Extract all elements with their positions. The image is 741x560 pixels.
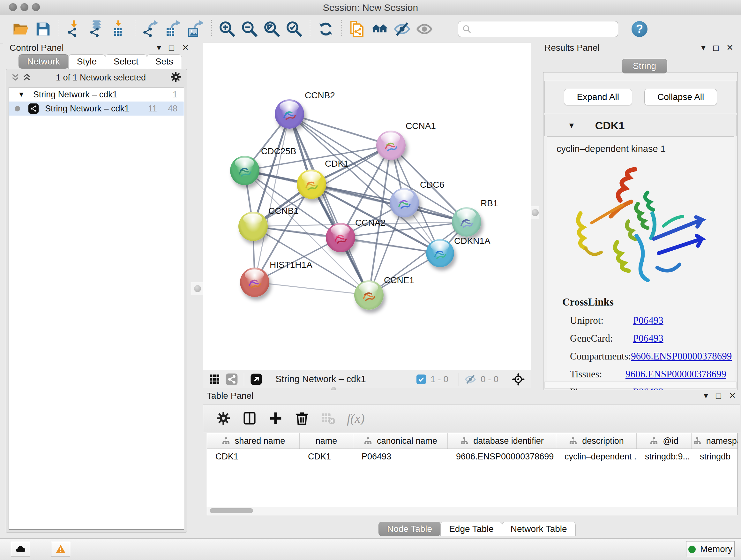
- tab-style[interactable]: Style: [68, 54, 105, 69]
- panel-close-icon[interactable]: ✕: [729, 391, 736, 401]
- node-ccnb1[interactable]: [239, 212, 268, 241]
- table-hscrollbar-track[interactable]: [207, 507, 738, 515]
- hidden-eye-slash-icon[interactable]: [465, 374, 476, 385]
- crosslink-link[interactable]: 9606.ENSP00000378699: [631, 351, 732, 362]
- cell-namespace[interactable]: stringdb: [691, 452, 738, 462]
- tab-edge-table[interactable]: Edge Table: [441, 522, 502, 536]
- crosslink-link[interactable]: 9606.ENSP00000378699: [625, 368, 726, 380]
- panel-close-icon[interactable]: ✕: [726, 43, 733, 53]
- panel-float-icon[interactable]: ◻: [713, 43, 720, 53]
- warnings-button[interactable]: [51, 542, 70, 557]
- node-ccna2[interactable]: [326, 223, 355, 252]
- grid-view-icon[interactable]: [208, 373, 221, 386]
- show-columns-icon[interactable]: [242, 411, 257, 426]
- crosslink-link[interactable]: P06493: [633, 333, 664, 344]
- clone-network-icon[interactable]: [346, 19, 368, 39]
- column-label: canonical name: [377, 436, 437, 446]
- import-network-icon[interactable]: [64, 19, 86, 39]
- results-scrollbar-track[interactable]: [544, 381, 737, 388]
- cell-canonical-name[interactable]: P06493: [353, 452, 448, 462]
- zoom-selected-icon[interactable]: [283, 19, 306, 39]
- panel-float-icon[interactable]: ◻: [168, 43, 175, 53]
- search-input[interactable]: [472, 22, 618, 36]
- cell-description[interactable]: cyclin–dependent ...: [556, 452, 636, 462]
- show-eye-icon: [413, 19, 435, 39]
- collection-expand-icon[interactable]: ▼: [18, 90, 25, 99]
- panel-menu-icon[interactable]: ▾: [704, 391, 708, 401]
- crosslink-link[interactable]: P06493: [633, 315, 664, 326]
- expand-all-networks-icon[interactable]: [10, 73, 20, 82]
- node-rb1[interactable]: [452, 207, 481, 237]
- table-hscrollbar-thumb[interactable]: [210, 508, 253, 513]
- selected-checkbox-icon[interactable]: [416, 374, 426, 384]
- node-ccne1[interactable]: [354, 280, 384, 310]
- cloud-status-button[interactable]: [11, 542, 30, 557]
- collapse-all-networks-icon[interactable]: [22, 73, 31, 82]
- expand-all-button[interactable]: Expand All: [564, 89, 632, 105]
- tab-string[interactable]: String: [622, 59, 667, 73]
- help-button[interactable]: ?: [631, 21, 648, 37]
- open-session-icon[interactable]: [10, 19, 32, 39]
- zoom-in-icon[interactable]: [216, 19, 239, 39]
- network-edge-count: 48: [168, 104, 178, 114]
- import-network-from-database-icon[interactable]: [86, 19, 108, 39]
- network-view-icon[interactable]: [225, 373, 238, 386]
- right-splitter[interactable]: [531, 43, 539, 390]
- add-column-icon[interactable]: [268, 411, 283, 426]
- tab-network[interactable]: Network: [18, 54, 69, 69]
- column-header-description[interactable]: description: [556, 433, 636, 449]
- zoom-fit-icon[interactable]: [261, 19, 283, 39]
- protein-card-header[interactable]: ▼ CDK1: [544, 115, 737, 136]
- tab-sets[interactable]: Sets: [147, 54, 182, 69]
- apply-layout-icon[interactable]: [315, 19, 337, 39]
- column-header-namespace[interactable]: namespace: [691, 433, 738, 449]
- column-header-name[interactable]: name: [300, 433, 353, 449]
- column-header-shared-name[interactable]: shared name: [207, 433, 300, 449]
- cell-shared-name[interactable]: CDK1: [207, 452, 300, 462]
- node-cdk1[interactable]: [297, 170, 326, 199]
- left-splitter[interactable]: [192, 43, 203, 538]
- panel-menu-icon[interactable]: ▾: [157, 43, 161, 53]
- node-cdc6[interactable]: [390, 188, 419, 217]
- string-home-icon[interactable]: [368, 19, 391, 39]
- import-table-icon[interactable]: [108, 19, 131, 39]
- save-session-icon[interactable]: [32, 19, 54, 39]
- table-options-gear-icon[interactable]: [216, 411, 231, 426]
- column-header-database-identifier[interactable]: database identifier: [448, 433, 556, 449]
- node-cdc25b[interactable]: [230, 156, 259, 185]
- export-image-icon[interactable]: [185, 19, 207, 39]
- network-row[interactable]: String Network – cdk1 11 48: [9, 102, 184, 116]
- cell-name[interactable]: CDK1: [300, 452, 353, 462]
- tab-select[interactable]: Select: [105, 54, 147, 69]
- column-header-canonical-name[interactable]: canonical name: [353, 433, 448, 449]
- panel-float-icon[interactable]: ◻: [715, 391, 722, 401]
- column-header--id[interactable]: @id: [636, 433, 691, 449]
- tab-network-table[interactable]: Network Table: [502, 522, 576, 536]
- fit-selection-crosshair-icon[interactable]: [512, 373, 525, 386]
- export-network-icon[interactable]: [140, 19, 162, 39]
- node-ccna1[interactable]: [376, 131, 406, 160]
- export-table-icon[interactable]: [162, 19, 185, 39]
- search-box[interactable]: [458, 21, 618, 37]
- collapse-protein-icon[interactable]: ▼: [568, 121, 576, 130]
- cell-database-identifier[interactable]: 9606.ENSP00000378699: [448, 452, 556, 462]
- delete-column-icon[interactable]: [294, 411, 309, 426]
- memory-button[interactable]: Memory: [686, 541, 735, 557]
- birds-eye-view-icon[interactable]: [250, 373, 263, 386]
- collapse-all-button[interactable]: Collapse All: [644, 89, 717, 105]
- tab-node-table[interactable]: Node Table: [379, 522, 441, 536]
- network-collection-row[interactable]: ▼ String Network – cdk1 1: [9, 87, 184, 102]
- edge-ccnb2-ccna1[interactable]: [289, 114, 391, 145]
- node-hist1h1a[interactable]: [240, 267, 269, 297]
- left-splitter-handle[interactable]: [191, 282, 204, 295]
- panel-close-icon[interactable]: ✕: [182, 43, 189, 53]
- node-ccnb2[interactable]: [275, 99, 304, 129]
- network-canvas[interactable]: CCNB2CCNA1CDC25BCDK1CDC6RB1CCNB1CCNA2CDK…: [203, 43, 531, 370]
- zoom-out-icon[interactable]: [239, 19, 261, 39]
- node-cdkn1a[interactable]: [426, 239, 454, 267]
- cell--id[interactable]: stringdb:9...: [636, 452, 691, 462]
- table-row[interactable]: CDK1CDK1P064939606.ENSP00000378699cyclin…: [207, 449, 738, 464]
- hide-unhide-icon[interactable]: [391, 19, 413, 39]
- network-options-gear-icon[interactable]: [170, 71, 182, 84]
- panel-menu-icon[interactable]: ▾: [701, 43, 705, 53]
